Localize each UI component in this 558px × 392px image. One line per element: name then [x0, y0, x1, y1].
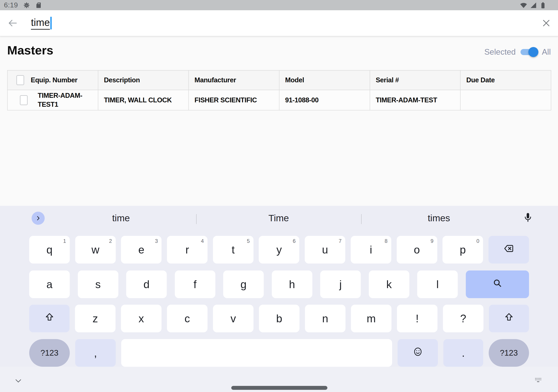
- gear-icon: [23, 2, 30, 9]
- switch-thumb: [528, 47, 538, 57]
- selected-all-switch[interactable]: [521, 49, 537, 55]
- key-s[interactable]: s: [78, 271, 118, 298]
- key-u[interactable]: 7u: [305, 236, 345, 264]
- key-p[interactable]: 0p: [443, 236, 483, 264]
- toggle-label-selected: Selected: [484, 47, 516, 57]
- expand-suggestions-icon[interactable]: [32, 212, 45, 225]
- key-n[interactable]: n: [305, 305, 346, 332]
- key-r[interactable]: 4r: [167, 236, 208, 264]
- comma-key[interactable]: ,: [75, 339, 116, 367]
- cellular-signal-icon: [530, 1, 537, 9]
- key-a[interactable]: a: [29, 271, 70, 298]
- key-y[interactable]: 6y: [259, 236, 299, 264]
- suggestion-divider: [196, 214, 197, 224]
- keyboard-row-2: a s d f g h j k l: [29, 271, 529, 298]
- backspace-key[interactable]: [488, 236, 529, 264]
- search-input[interactable]: time: [31, 17, 541, 30]
- bottom-nav-bar: [0, 367, 558, 392]
- battery-icon: [539, 1, 547, 9]
- shift-key-left[interactable]: [29, 305, 70, 332]
- shift-icon: [504, 312, 514, 325]
- sd-card-icon: [35, 2, 42, 9]
- cell-equip-number: TIMER-ADAM-TEST1: [8, 90, 98, 111]
- emoji-icon: [413, 347, 423, 359]
- key-question[interactable]: ?: [443, 305, 483, 332]
- key-w[interactable]: 2w: [75, 236, 116, 264]
- header-serial: Serial #: [370, 71, 461, 90]
- header-due-date: Due Date: [461, 71, 551, 90]
- select-all-checkbox[interactable]: [16, 75, 24, 85]
- suggestion-time[interactable]: time: [46, 206, 196, 230]
- key-q[interactable]: 1q: [29, 236, 70, 264]
- key-h[interactable]: h: [272, 271, 312, 298]
- cell-due-date: [461, 90, 551, 111]
- suggestion-divider: [361, 214, 362, 224]
- keyboard-row-3: z x c v b n m ! ?: [29, 305, 529, 332]
- selected-all-toggle-group: Selected All: [484, 47, 551, 57]
- search-icon: [492, 278, 503, 291]
- key-g[interactable]: g: [223, 271, 264, 298]
- key-v[interactable]: v: [213, 305, 253, 332]
- masters-table: Equip. Number Description Manufacturer M…: [7, 70, 551, 111]
- key-d[interactable]: d: [126, 271, 167, 298]
- suggestion-Time[interactable]: Time: [196, 206, 361, 230]
- keyboard-row-4: ?123 , . ?123: [29, 339, 529, 367]
- header-model: Model: [279, 71, 370, 90]
- close-icon[interactable]: [541, 18, 551, 28]
- key-l[interactable]: l: [417, 271, 458, 298]
- keyboard: time Time times 1q 2w 3e 4r 5t 6y 7u 8i …: [0, 206, 558, 392]
- row-checkbox[interactable]: [20, 95, 28, 105]
- period-key[interactable]: .: [443, 339, 483, 367]
- shift-key-right[interactable]: [489, 305, 529, 332]
- status-bar: 6:19: [0, 0, 558, 10]
- key-x[interactable]: x: [121, 305, 162, 332]
- table-row[interactable]: TIMER-ADAM-TEST1 TIMER, WALL CLOCK FISHE…: [8, 90, 551, 111]
- key-i[interactable]: 8i: [351, 236, 391, 264]
- key-k[interactable]: k: [369, 271, 409, 298]
- header-manufacturer: Manufacturer: [189, 71, 279, 90]
- status-time: 6:19: [4, 1, 18, 9]
- text-cursor: [50, 17, 52, 29]
- emoji-key[interactable]: [398, 339, 438, 367]
- suggestion-times[interactable]: times: [361, 206, 517, 230]
- symbols-key-left[interactable]: ?123: [29, 339, 70, 367]
- header-label: Equip. Number: [31, 76, 77, 84]
- page-title: Masters: [7, 43, 53, 57]
- header-description: Description: [98, 71, 189, 90]
- wifi-icon: [520, 1, 527, 9]
- backspace-icon: [503, 243, 514, 257]
- key-t[interactable]: 5t: [213, 236, 253, 264]
- back-arrow-icon[interactable]: [7, 18, 18, 28]
- cell-serial: TIMER-ADAM-TEST: [370, 90, 461, 111]
- shift-icon: [44, 312, 55, 325]
- cell-model: 91-1088-00: [279, 90, 370, 111]
- key-m[interactable]: m: [351, 305, 392, 332]
- key-c[interactable]: c: [167, 305, 208, 332]
- home-indicator[interactable]: [231, 386, 327, 390]
- search-query-text: time: [31, 17, 50, 30]
- symbols-key-right[interactable]: ?123: [489, 339, 529, 367]
- keyboard-icon[interactable]: [534, 376, 543, 385]
- key-o[interactable]: 9o: [397, 236, 437, 264]
- cell-manufacturer: FISHER SCIENTIFIC: [189, 90, 279, 111]
- key-exclamation[interactable]: !: [397, 305, 437, 332]
- toggle-label-all: All: [542, 47, 551, 57]
- table-header-row: Equip. Number Description Manufacturer M…: [8, 71, 551, 90]
- equip-number-text: TIMER-ADAM-TEST1: [38, 91, 91, 109]
- key-e[interactable]: 3e: [121, 236, 162, 264]
- status-right-icons: [520, 0, 547, 10]
- search-enter-key[interactable]: [466, 271, 529, 298]
- collapse-keyboard-icon[interactable]: [14, 376, 23, 386]
- mic-icon[interactable]: [522, 212, 534, 224]
- key-z[interactable]: z: [75, 305, 115, 332]
- screen: 6:19: [0, 0, 558, 392]
- key-j[interactable]: j: [320, 271, 361, 298]
- key-f[interactable]: f: [175, 271, 215, 298]
- cell-description: TIMER, WALL CLOCK: [98, 90, 189, 111]
- space-key[interactable]: [121, 339, 392, 367]
- keyboard-row-1: 1q 2w 3e 4r 5t 6y 7u 8i 9o 0p: [29, 236, 529, 264]
- key-b[interactable]: b: [259, 305, 299, 332]
- search-bar: time: [0, 10, 558, 36]
- header-equip-number: Equip. Number: [8, 71, 98, 90]
